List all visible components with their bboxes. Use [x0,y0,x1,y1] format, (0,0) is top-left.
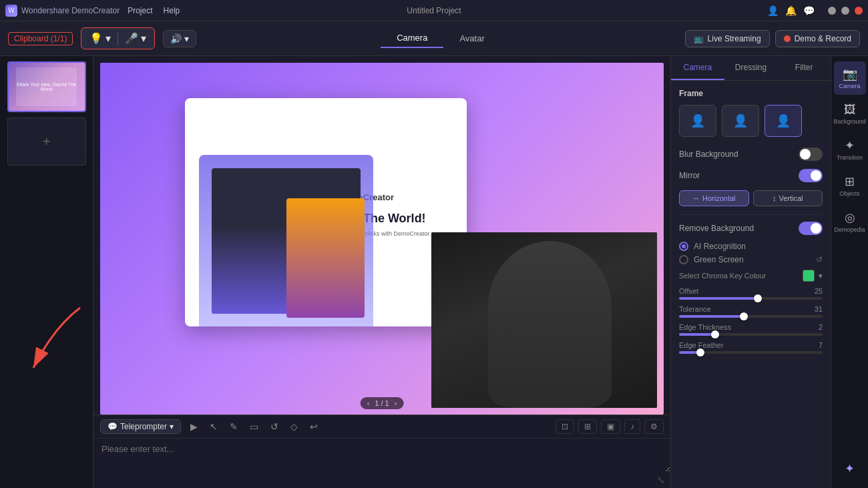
transition-sidebar-icon: ✦ [845,138,855,153]
frame-opt-3[interactable]: 👤 [765,105,802,137]
mirror-toggle[interactable] [799,169,823,182]
teleprompter-dropdown[interactable]: ▾ [170,422,174,431]
camera-sidebar-icon: 📷 [843,67,857,81]
icon-bar-transition[interactable]: ✦ Transition [834,133,866,166]
edge-thickness-track[interactable] [679,333,823,336]
teleprompter-input[interactable] [93,439,670,472]
icon-bar: 📷 Camera 🖼 Background ✦ Transition ⊞ Obj… [831,56,868,488]
demopedia-sidebar-label: Demopedia [834,226,865,233]
avatar-tab[interactable]: Avatar [443,29,500,48]
maximize-button[interactable] [841,7,849,15]
tele-screen-btn[interactable]: ⊞ [578,419,597,434]
icon-bar-demopedia[interactable]: ◎ Demopedia [834,205,866,238]
icon-bar-camera[interactable]: 📷 Camera [834,61,866,95]
bell-icon[interactable]: 🔔 [785,5,797,16]
camera-toggle-btn[interactable]: 💡 ▾ [87,31,114,46]
add-slide-btn[interactable]: + [7,117,86,166]
ai-recognition-option[interactable]: AI Recognition [679,242,823,251]
live-streaming-btn[interactable]: 📺 Live Streaming [685,30,770,47]
camera-dropdown-icon[interactable]: ▾ [105,32,111,45]
right-panel-tabs: Camera Dressing Filter [671,56,831,81]
page-indicator: ‹ 1 / 1 › [361,397,404,409]
teleprompter-icon: 💬 [107,422,118,431]
audio-btn[interactable]: 🔊 ▾ [163,30,196,47]
horizontal-icon: ↔ [692,194,700,202]
chat-icon[interactable]: 💬 [803,5,815,16]
mic-toggle-btn[interactable]: 🎤 ▾ [122,31,149,46]
teleprompter-tools: ▶ ↖ ✎ ▭ ↺ ◇ ↩ [186,420,322,433]
slides-panel: Share Your Idea, Dazzle The World + [0,56,93,488]
tab-camera[interactable]: Camera [671,56,724,80]
tolerance-track[interactable] [679,315,823,318]
nav-help[interactable]: Help [164,6,180,15]
webcam-content [431,232,657,409]
icon-bar-background[interactable]: 🖼 Background [834,97,866,130]
next-page-btn[interactable]: › [395,399,397,407]
tele-record-btn[interactable]: ▣ [601,419,620,434]
edge-thickness-label: Edge Thickness [679,323,731,331]
live-label: Live Streaming [708,34,761,43]
mic-dropdown-icon[interactable]: ▾ [141,32,146,45]
add-slide-icon: + [43,134,51,150]
user-icon[interactable]: 👤 [767,5,779,16]
icon-bar-ai[interactable]: ✦ [834,456,866,483]
color-swatch[interactable] [803,270,815,282]
toolbar-right: 📺 Live Streaming Demo & Record [685,30,860,47]
nav-project[interactable]: Project [128,6,152,15]
green-screen-option[interactable]: Green Screen ↺ [679,255,823,264]
clipboard-label: Clipboard (1/1) [8,32,73,45]
frame-opt-1[interactable]: 👤 [679,105,716,137]
rotate-tool[interactable]: ↺ [266,420,282,433]
green-screen-refresh[interactable]: ↺ [816,255,823,264]
demopedia-sidebar-icon: ◎ [845,210,855,225]
record-btn[interactable]: Demo & Record [775,30,860,47]
green-screen-label: Green Screen [694,255,744,264]
vertical-btn[interactable]: ↕ Vertical [753,190,823,206]
audio-icon: 🔊 [170,33,182,44]
offset-label: Offset [679,287,698,295]
tele-corner-icon: ⤡ [657,475,665,485]
teleprompter-btn[interactable]: 💬 Teleprompter ▾ [100,419,181,434]
camera-tab[interactable]: Camera [381,29,443,48]
slide-person [286,198,365,318]
tele-settings-btn[interactable]: ⚙ [644,419,664,434]
undo-tool[interactable]: ↩ [306,420,322,433]
pen-tool[interactable]: ✎ [226,420,242,433]
chroma-key-right: ▾ [803,270,823,282]
tele-audio-btn[interactable]: ♪ [624,419,640,434]
icon-bar-objects[interactable]: ⊞ Objects [834,169,866,202]
close-button[interactable] [855,7,863,15]
slide-thumb-inner: Share Your Idea, Dazzle The World [16,67,77,106]
slide-item-1[interactable]: Share Your Idea, Dazzle The World [7,61,86,112]
tab-filter[interactable]: Filter [777,56,831,80]
mirror-label: Mirror [679,171,700,180]
rect-tool[interactable]: ▭ [246,420,262,433]
frame-icon-1: 👤 [690,113,705,128]
edge-feather-track[interactable] [679,351,823,354]
shape-tool[interactable]: ◇ [286,420,302,433]
minimize-button[interactable] [828,7,836,15]
cursor-tool[interactable]: ↖ [206,420,222,433]
canvas-content: W Wondershare DemoCreator Share Your Ide… [100,63,664,415]
background-sidebar-icon: 🖼 [844,103,856,117]
edge-feather-slider-row: Edge Feather 7 [679,341,823,354]
right-panel: Camera Dressing Filter Frame 👤 👤 👤 Blur … [670,56,831,488]
audio-dropdown-icon[interactable]: ▾ [184,33,189,44]
offset-value: 25 [815,287,823,295]
frame-opt-2[interactable]: 👤 [722,105,759,137]
blur-bg-label: Blur Background [679,150,738,159]
webcam-overlay [431,232,657,409]
mirror-buttons: ↔ Horizontal ↕ Vertical [679,190,823,206]
prev-page-btn[interactable]: ‹ [367,399,370,407]
camera-icon: 💡 [89,32,103,45]
offset-track[interactable] [679,297,823,300]
remove-bg-toggle[interactable] [799,222,823,235]
tab-dressing[interactable]: Dressing [724,56,778,80]
chroma-dropdown[interactable]: ▾ [819,272,823,280]
gs-radio-dot [679,255,688,264]
horizontal-btn[interactable]: ↔ Horizontal [679,190,749,206]
play-tool[interactable]: ▶ [186,420,202,433]
tele-bottom: ⤡ [93,472,670,488]
tele-cam-btn[interactable]: ⊡ [556,419,574,434]
blur-bg-toggle[interactable] [799,148,823,161]
